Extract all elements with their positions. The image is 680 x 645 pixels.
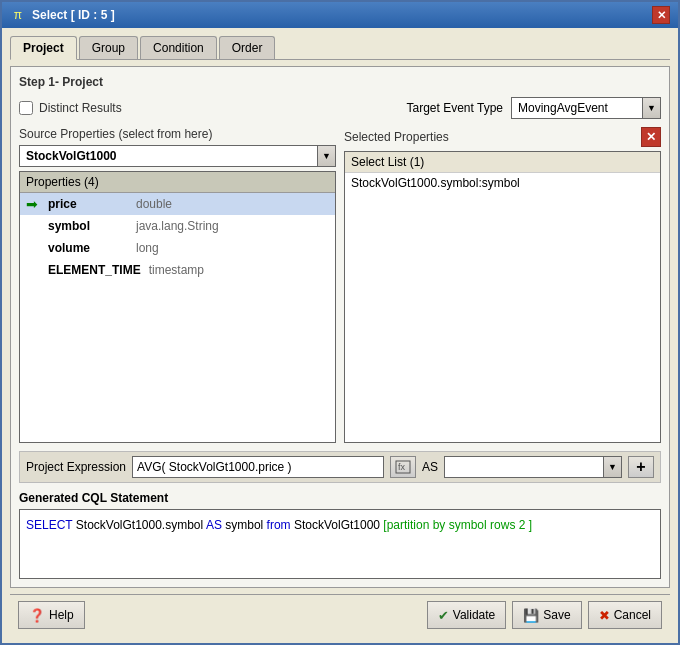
property-name-volume: volume xyxy=(48,241,128,255)
help-button[interactable]: ❓ Help xyxy=(18,601,85,629)
source-panel: Source Properties (select from here) Sto… xyxy=(19,127,336,443)
window-icon: π xyxy=(10,7,26,23)
svg-text:fx: fx xyxy=(398,462,406,472)
source-properties-label: Source Properties (select from here) xyxy=(19,127,336,141)
tab-order[interactable]: Order xyxy=(219,36,276,59)
target-event-type-value: MovingAvgEvent xyxy=(512,99,642,117)
help-icon: ❓ xyxy=(29,608,45,623)
cql-from-source: StockVolGt1000 xyxy=(294,518,383,532)
window-title: Select [ ID : 5 ] xyxy=(32,8,115,22)
target-event-type-label: Target Event Type xyxy=(406,101,503,115)
expression-row: Project Expression fx AS ▼ + xyxy=(19,451,661,483)
cql-select-fields: StockVolGt1000.symbol xyxy=(76,518,206,532)
cql-as-alias: symbol xyxy=(225,518,266,532)
remove-button[interactable]: ✕ xyxy=(641,127,661,147)
step-title: Step 1- Project xyxy=(19,75,661,89)
close-button[interactable]: ✕ xyxy=(652,6,670,24)
save-label: Save xyxy=(543,608,570,622)
tab-bar: Project Group Condition Order xyxy=(10,36,670,60)
as-dropdown-btn[interactable]: ▼ xyxy=(603,457,621,477)
target-event-type-dropdown-btn[interactable]: ▼ xyxy=(642,98,660,118)
source-dropdown[interactable]: StockVolGt1000 ▼ xyxy=(19,145,336,167)
save-icon: 💾 xyxy=(523,608,539,623)
selected-item-0[interactable]: StockVolGt1000.symbol:symbol xyxy=(345,173,660,193)
property-name-element-time: ELEMENT_TIME xyxy=(48,263,141,277)
add-button[interactable]: + xyxy=(628,456,654,478)
expression-label: Project Expression xyxy=(26,460,126,474)
cql-keyword-select: SELECT xyxy=(26,518,72,532)
validate-button[interactable]: ✔ Validate xyxy=(427,601,506,629)
selected-header: Selected Properties ✕ xyxy=(344,127,661,147)
property-type-symbol: java.lang.String xyxy=(136,219,219,233)
cancel-icon: ✖ xyxy=(599,608,610,623)
selected-list-header: Select List (1) xyxy=(345,152,660,173)
footer-right: ✔ Validate 💾 Save ✖ Cancel xyxy=(427,601,662,629)
properties-header: Properties (4) xyxy=(20,172,335,193)
expression-icon-button[interactable]: fx xyxy=(390,456,416,478)
tab-project[interactable]: Project xyxy=(10,36,77,60)
cancel-button[interactable]: ✖ Cancel xyxy=(588,601,662,629)
main-panel: Step 1- Project Distinct Results Target … xyxy=(10,66,670,588)
distinct-label: Distinct Results xyxy=(39,101,122,115)
property-row-symbol[interactable]: ➡ symbol java.lang.String xyxy=(20,215,335,237)
as-input[interactable] xyxy=(445,457,603,477)
cql-box: SELECT StockVolGt1000.symbol AS symbol f… xyxy=(19,509,661,579)
title-bar: π Select [ ID : 5 ] ✕ xyxy=(2,2,678,28)
selected-panel: Selected Properties ✕ Select List (1) St… xyxy=(344,127,661,443)
cql-bracket-open: [partition by symbol rows 2 ] xyxy=(383,518,532,532)
property-row-volume[interactable]: ➡ volume long xyxy=(20,237,335,259)
validate-icon: ✔ xyxy=(438,608,449,623)
as-label: AS xyxy=(422,460,438,474)
two-panels: Source Properties (select from here) Sto… xyxy=(19,127,661,443)
property-name-symbol: symbol xyxy=(48,219,128,233)
property-row-element-time[interactable]: ➡ ELEMENT_TIME timestamp xyxy=(20,259,335,281)
source-dropdown-value: StockVolGt1000 xyxy=(20,147,317,165)
tab-condition[interactable]: Condition xyxy=(140,36,217,59)
distinct-checkbox[interactable] xyxy=(19,101,33,115)
tab-group[interactable]: Group xyxy=(79,36,138,59)
property-type-volume: long xyxy=(136,241,159,255)
source-dropdown-btn[interactable]: ▼ xyxy=(317,146,335,166)
distinct-row: Distinct Results Target Event Type Movin… xyxy=(19,97,661,119)
property-type-element-time: timestamp xyxy=(149,263,204,277)
cql-section: Generated CQL Statement SELECT StockVolG… xyxy=(19,491,661,579)
property-name-price: price xyxy=(48,197,128,211)
formula-icon: fx xyxy=(395,460,411,474)
selected-properties-label: Selected Properties xyxy=(344,130,449,144)
cql-keyword-as: AS xyxy=(206,518,222,532)
cql-keyword-from: from xyxy=(267,518,291,532)
expression-input[interactable] xyxy=(132,456,384,478)
property-type-price: double xyxy=(136,197,172,211)
cancel-label: Cancel xyxy=(614,608,651,622)
help-label: Help xyxy=(49,608,74,622)
property-row-price[interactable]: ➡ price double xyxy=(20,193,335,215)
main-window: π Select [ ID : 5 ] ✕ Project Group Cond… xyxy=(0,0,680,645)
cql-title: Generated CQL Statement xyxy=(19,491,661,505)
save-button[interactable]: 💾 Save xyxy=(512,601,581,629)
footer: ❓ Help ✔ Validate 💾 Save ✖ Cancel xyxy=(10,594,670,635)
as-input-container: ▼ xyxy=(444,456,622,478)
target-event-type-select[interactable]: MovingAvgEvent ▼ xyxy=(511,97,661,119)
window-content: Project Group Condition Order Step 1- Pr… xyxy=(2,28,678,643)
properties-box: Properties (4) ➡ price double ➡ symbol j… xyxy=(19,171,336,443)
validate-label: Validate xyxy=(453,608,495,622)
arrow-icon: ➡ xyxy=(26,196,40,212)
selected-list-box: Select List (1) StockVolGt1000.symbol:sy… xyxy=(344,151,661,443)
